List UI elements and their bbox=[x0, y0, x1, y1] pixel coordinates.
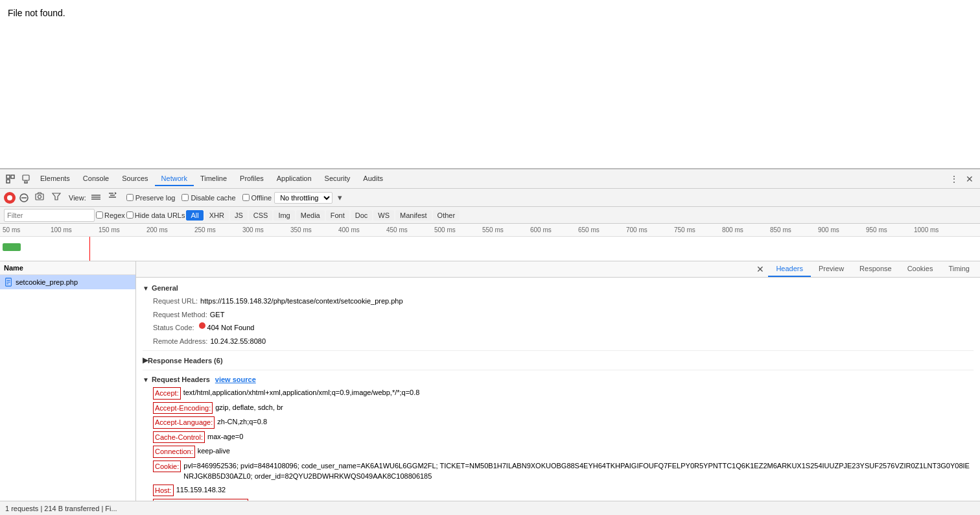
filter-img-btn[interactable]: Img bbox=[274, 210, 294, 221]
throttling-select[interactable]: No throttling bbox=[274, 192, 332, 204]
filter-doc-btn[interactable]: Doc bbox=[351, 210, 373, 221]
detail-panel: ✕ Headers Preview Response Cookies Timin… bbox=[136, 261, 980, 501]
header-cache-control-key: Cache-Control: bbox=[153, 431, 205, 444]
requests-header: Name bbox=[0, 261, 135, 275]
header-accept-encoding-val: gzip, deflate, sdch, br bbox=[215, 402, 283, 413]
tick-1000ms: 1000 ms bbox=[914, 226, 962, 234]
filter-media-btn[interactable]: Media bbox=[296, 210, 325, 221]
requests-list: setcookie_prep.php bbox=[0, 275, 135, 501]
filter-all-btn[interactable]: All bbox=[186, 210, 203, 221]
waterfall-icon[interactable] bbox=[106, 191, 120, 204]
detail-tab-preview[interactable]: Preview bbox=[811, 261, 852, 277]
tab-audits[interactable]: Audits bbox=[356, 172, 390, 186]
filter-font-btn[interactable]: Font bbox=[326, 210, 349, 221]
request-method-row: Request Method: GET bbox=[143, 308, 974, 322]
regex-checkbox[interactable] bbox=[96, 211, 103, 219]
devtools-panel: Elements Console Sources Network Timelin… bbox=[0, 169, 980, 515]
filter-ws-btn[interactable]: WS bbox=[373, 210, 394, 221]
filter-xhr-btn[interactable]: XHR bbox=[205, 210, 229, 221]
remote-address-row: Remote Address: 10.24.32.55:8080 bbox=[143, 335, 974, 348]
filter-css-btn[interactable]: CSS bbox=[249, 210, 273, 221]
main-content: Name setcookie_prep.php ✕ Heade bbox=[0, 261, 980, 501]
response-headers-triangle-icon: ▶ bbox=[143, 356, 148, 365]
header-accept-key: Accept: bbox=[153, 387, 181, 400]
close-detail-button[interactable]: ✕ bbox=[752, 263, 768, 276]
tick-100ms: 100 ms bbox=[51, 226, 99, 234]
view-source-link[interactable]: view source bbox=[215, 376, 256, 383]
detail-tab-cookies[interactable]: Cookies bbox=[900, 261, 941, 277]
tab-application[interactable]: Application bbox=[270, 172, 318, 186]
preserve-log-checkbox[interactable] bbox=[126, 194, 134, 201]
header-connection-key: Connection: bbox=[153, 446, 195, 458]
tick-200ms: 200 ms bbox=[146, 226, 194, 234]
camera-icon[interactable] bbox=[32, 191, 47, 204]
header-connection-val: keep-alive bbox=[198, 446, 230, 457]
throttling-dropdown-icon[interactable]: ▾ bbox=[335, 191, 345, 204]
device-icon[interactable] bbox=[18, 171, 34, 187]
tab-console[interactable]: Console bbox=[76, 172, 115, 186]
filter-input[interactable] bbox=[4, 209, 95, 222]
bottom-bar: 1 requests | 214 B transferred | Fi... bbox=[0, 501, 980, 515]
timeline-chart bbox=[0, 237, 980, 261]
page-content-area: File not found. bbox=[0, 0, 980, 169]
tab-network[interactable]: Network bbox=[155, 172, 194, 186]
close-devtools-icon[interactable]: ✕ bbox=[962, 171, 977, 187]
hide-data-group: Hide data URLs bbox=[126, 211, 185, 219]
request-url-row: Request URL: https://115.159.148.32/php/… bbox=[143, 294, 974, 308]
request-url-val: https://115.159.148.32/php/testcase/cont… bbox=[200, 296, 403, 307]
timeline-ruler: 50 ms 100 ms 150 ms 200 ms 250 ms 300 ms… bbox=[0, 224, 980, 237]
remote-address-val: 10.24.32.55:8080 bbox=[210, 336, 266, 347]
status-code-row: Status Code: 404 Not Found bbox=[143, 321, 974, 335]
tick-400ms: 400 ms bbox=[338, 226, 386, 234]
request-headers-triangle-icon: ▼ bbox=[143, 376, 149, 383]
tab-elements[interactable]: Elements bbox=[34, 172, 76, 186]
request-headers-title[interactable]: ▼ Request Headers view source bbox=[143, 373, 974, 386]
response-headers-title[interactable]: ▶ Response Headers (6) bbox=[143, 353, 974, 367]
disable-cache-checkbox[interactable] bbox=[181, 194, 189, 201]
header-host-val: 115.159.148.32 bbox=[176, 485, 226, 496]
header-accept-language-row: Accept-Language: zh-CN,zh;q=0.8 bbox=[143, 415, 974, 430]
general-section-title[interactable]: ▼ General bbox=[143, 281, 974, 294]
clear-button[interactable] bbox=[18, 192, 30, 204]
detail-tab-timing[interactable]: Timing bbox=[940, 261, 977, 277]
timeline-bar bbox=[3, 243, 21, 251]
tab-profiles[interactable]: Profiles bbox=[233, 172, 270, 186]
header-host-row: Host: 115.159.148.32 bbox=[143, 483, 974, 498]
record-button[interactable] bbox=[4, 192, 16, 204]
filter-other-btn[interactable]: Other bbox=[433, 210, 460, 221]
tab-security[interactable]: Security bbox=[318, 172, 357, 186]
tick-250ms: 250 ms bbox=[194, 226, 242, 234]
tab-timeline[interactable]: Timeline bbox=[194, 172, 233, 186]
header-accept-row: Accept: text/html,application/xhtml+xml,… bbox=[143, 386, 974, 401]
tick-150ms: 150 ms bbox=[99, 226, 146, 234]
offline-checkbox[interactable] bbox=[242, 194, 250, 201]
list-view-icon[interactable] bbox=[89, 191, 103, 204]
tick-600ms: 600 ms bbox=[530, 226, 578, 234]
request-method-val: GET bbox=[210, 309, 225, 320]
request-item[interactable]: setcookie_prep.php bbox=[0, 275, 135, 289]
general-title: General bbox=[152, 284, 178, 292]
more-options-icon[interactable]: ⋮ bbox=[946, 171, 962, 187]
status-code-key: Status Code: bbox=[153, 322, 194, 333]
tick-800ms: 800 ms bbox=[722, 226, 770, 234]
status-code-val: 404 Not Found bbox=[207, 322, 255, 333]
headers-content: ▼ General Request URL: https://115.159.1… bbox=[136, 278, 980, 501]
detail-tab-response[interactable]: Response bbox=[852, 261, 900, 277]
svg-rect-0 bbox=[6, 175, 10, 178]
hide-data-checkbox[interactable] bbox=[126, 211, 134, 219]
tick-500ms: 500 ms bbox=[434, 226, 482, 234]
offline-group: Offline bbox=[242, 194, 272, 202]
filter-js-btn[interactable]: JS bbox=[230, 210, 248, 221]
svg-point-6 bbox=[7, 195, 12, 200]
filter-icon[interactable] bbox=[49, 191, 64, 204]
header-accept-encoding-row: Accept-Encoding: gzip, deflate, sdch, br bbox=[143, 401, 974, 416]
detail-tab-headers[interactable]: Headers bbox=[768, 261, 811, 277]
header-accept-language-val: zh-CN,zh;q=0.8 bbox=[217, 416, 267, 427]
tab-sources[interactable]: Sources bbox=[115, 172, 154, 186]
inspect-icon[interactable] bbox=[3, 171, 18, 187]
header-cookie-val: pvl=8469952536; pvid=8484108096; code_us… bbox=[183, 461, 974, 482]
filter-manifest-btn[interactable]: Manifest bbox=[395, 210, 432, 221]
tick-700ms: 700 ms bbox=[626, 226, 674, 234]
header-cookie-row: Cookie: pvl=8469952536; pvid=8484108096;… bbox=[143, 459, 974, 483]
svg-point-10 bbox=[38, 195, 41, 198]
